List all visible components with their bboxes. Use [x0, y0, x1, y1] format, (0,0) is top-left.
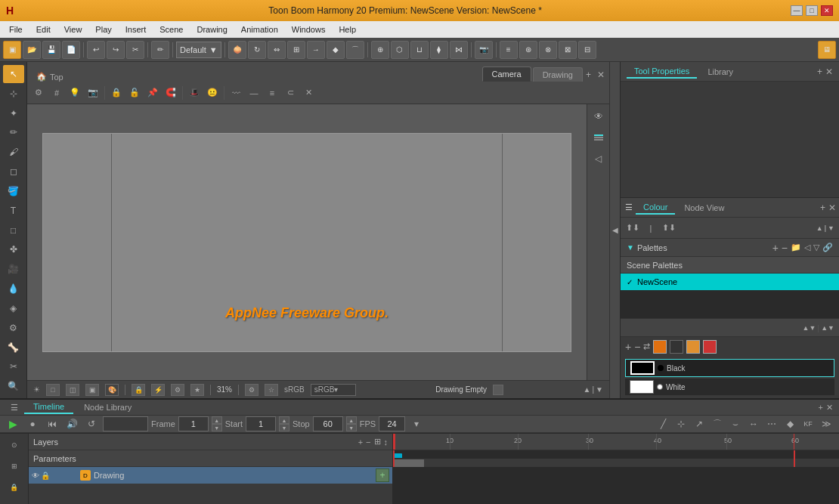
- colour-close-btn[interactable]: ✕: [828, 203, 836, 213]
- toolbar-undo[interactable]: ↩: [87, 41, 105, 59]
- tool-pencil[interactable]: ✏: [3, 123, 24, 141]
- frame-input[interactable]: [178, 416, 209, 431]
- toolbar-node[interactable]: ⬡: [391, 41, 409, 59]
- cs-lock-btn[interactable]: 🔒: [132, 384, 145, 396]
- layer-icon-btn3[interactable]: 🔒: [4, 478, 25, 497]
- toolbar-curve[interactable]: ⌒: [346, 41, 364, 59]
- panel-close-btn[interactable]: ✕: [825, 66, 833, 77]
- tool-color-eyedropper[interactable]: 💧: [3, 280, 24, 298]
- start-spin-down[interactable]: ▼: [279, 424, 289, 431]
- palette-item-newscene[interactable]: ✓ NewScene: [621, 274, 839, 290]
- fps-dropdown-btn[interactable]: ▾: [408, 416, 425, 432]
- col-swatch-orange[interactable]: [653, 340, 667, 354]
- tool-paint[interactable]: 🪣: [3, 182, 24, 200]
- lh-move-btn[interactable]: ↕: [384, 438, 389, 447]
- tool-contour[interactable]: ✦: [3, 104, 24, 122]
- colour-menu-btn[interactable]: ☰: [624, 203, 634, 213]
- tl-repeat-btn[interactable]: ↺: [83, 416, 100, 432]
- canvas-tb-unlock[interactable]: 🔓: [126, 85, 143, 100]
- menu-windows[interactable]: Windows: [286, 23, 332, 36]
- toolbar-rotate[interactable]: ↻: [248, 41, 266, 59]
- lh-ctrl-btn[interactable]: ⊞: [374, 437, 381, 447]
- toolbar-grid[interactable]: ⊞: [287, 41, 305, 59]
- frame-spin-up[interactable]: ▲: [212, 416, 222, 424]
- tl-close-btn[interactable]: ✕: [826, 403, 833, 413]
- pal-left-btn[interactable]: ◁: [804, 243, 810, 252]
- tl-tool5[interactable]: ⌣: [727, 416, 744, 432]
- col-link2-btn[interactable]: ⇄: [643, 342, 650, 351]
- vr-eye-btn[interactable]: 👁: [590, 107, 608, 125]
- cs-settings4-btn[interactable]: ☆: [265, 384, 278, 396]
- panel-add-btn[interactable]: +: [817, 66, 822, 77]
- canvas-tb-stroke2[interactable]: ≡: [264, 85, 280, 100]
- toolbar-extra5[interactable]: ⊟: [578, 41, 596, 59]
- menu-drawing[interactable]: Drawing: [190, 23, 233, 36]
- toolbar-ik[interactable]: ⋈: [450, 41, 468, 59]
- tl-tool3[interactable]: ↗: [691, 416, 707, 432]
- track-hscroll[interactable]: [393, 458, 839, 467]
- menu-file[interactable]: File: [3, 23, 29, 36]
- layer-icon-btn2[interactable]: ⊞: [4, 456, 25, 476]
- tab-node-library[interactable]: Node Library: [75, 401, 141, 413]
- tab-timeline[interactable]: Timeline: [24, 400, 73, 414]
- tl-record-btn[interactable]: ●: [24, 416, 41, 432]
- tl-tool2[interactable]: ⊹: [673, 416, 689, 432]
- track-hscroll-thumb[interactable]: [394, 459, 424, 467]
- toolbar-transform[interactable]: ⊕: [371, 41, 389, 59]
- tool-zoom[interactable]: 🔍: [3, 377, 24, 395]
- layer-icon-btn4[interactable]: ✏: [4, 499, 25, 504]
- viewport-close-btn[interactable]: ✕: [596, 68, 606, 82]
- menu-insert[interactable]: Insert: [119, 23, 153, 36]
- cs-settings2-btn[interactable]: ⚙: [171, 384, 184, 396]
- canvas-tb-wave[interactable]: 〰: [228, 85, 244, 100]
- swatch-row-black[interactable]: Black: [625, 359, 834, 377]
- toolbar-keyframe[interactable]: ◆: [327, 41, 345, 59]
- canvas-tb-face[interactable]: 😐: [204, 85, 221, 100]
- frame-spin-down[interactable]: ▼: [212, 424, 222, 431]
- canvas-tb-settings[interactable]: ⚙: [30, 85, 47, 100]
- tl-expand-btn[interactable]: ≫: [818, 416, 834, 432]
- cs-lightning-btn[interactable]: ⚡: [151, 384, 165, 396]
- col-swatch-red[interactable]: [703, 340, 717, 354]
- swatch-black[interactable]: [630, 361, 655, 375]
- pal-link-btn[interactable]: 🔗: [822, 243, 833, 252]
- swatch-row-white[interactable]: White: [625, 379, 834, 395]
- toolbar-workspace-btn[interactable]: 🖥: [818, 41, 836, 59]
- tab-camera[interactable]: Camera: [482, 66, 531, 82]
- tl-tool7[interactable]: ⋯: [763, 416, 780, 432]
- tl-kf-btn[interactable]: KF: [800, 416, 816, 432]
- palettes-arrow[interactable]: ▼: [627, 243, 634, 252]
- ct-arrows2[interactable]: ⬆⬇: [661, 221, 676, 236]
- toolbar-extra4[interactable]: ⊠: [559, 41, 577, 59]
- pal-folder-btn[interactable]: 📁: [791, 243, 801, 252]
- tab-tool-properties[interactable]: Tool Properties: [627, 65, 697, 79]
- canvas-tb-lock[interactable]: 🔒: [108, 85, 125, 100]
- canvas-tb-light[interactable]: 💡: [67, 85, 83, 100]
- tl-play-btn[interactable]: ▶: [5, 416, 21, 432]
- pal-add-btn[interactable]: +: [772, 242, 779, 254]
- tl-scrubber[interactable]: [103, 416, 148, 431]
- layer-item-drawing[interactable]: 👁 🔒 D Drawing +: [29, 467, 392, 484]
- tl-sound-btn[interactable]: 🔊: [63, 416, 80, 432]
- pal-remove-btn[interactable]: −: [782, 242, 788, 254]
- toolbar-cut[interactable]: ✂: [126, 41, 144, 59]
- lh-add-btn[interactable]: +: [358, 438, 363, 447]
- layer-add-btn[interactable]: +: [376, 468, 389, 482]
- menu-animation[interactable]: Animation: [235, 23, 284, 36]
- canvas-tb-grid[interactable]: #: [48, 85, 65, 100]
- maximize-button[interactable]: □: [806, 5, 818, 16]
- tl-tool4[interactable]: ⌒: [709, 416, 726, 432]
- ct-up-btn[interactable]: ▲: [816, 224, 823, 232]
- tool-brush[interactable]: 🖌: [3, 143, 24, 161]
- cs-settings3-btn[interactable]: ⚙: [245, 384, 259, 396]
- layer-icon-btn1[interactable]: ⊙: [4, 435, 25, 455]
- tool-transform[interactable]: ✤: [3, 240, 24, 258]
- cs-scroll-up[interactable]: ▲: [584, 385, 591, 394]
- start-spin-up[interactable]: ▲: [279, 416, 289, 424]
- close-button[interactable]: ✕: [821, 5, 833, 16]
- toolbar-save[interactable]: 💾: [42, 41, 60, 59]
- minimize-button[interactable]: —: [791, 5, 803, 16]
- canvas-tb-pin[interactable]: 📌: [144, 85, 161, 100]
- tab-node-view[interactable]: Node View: [676, 202, 732, 214]
- cs-scroll-down[interactable]: ▼: [596, 385, 603, 394]
